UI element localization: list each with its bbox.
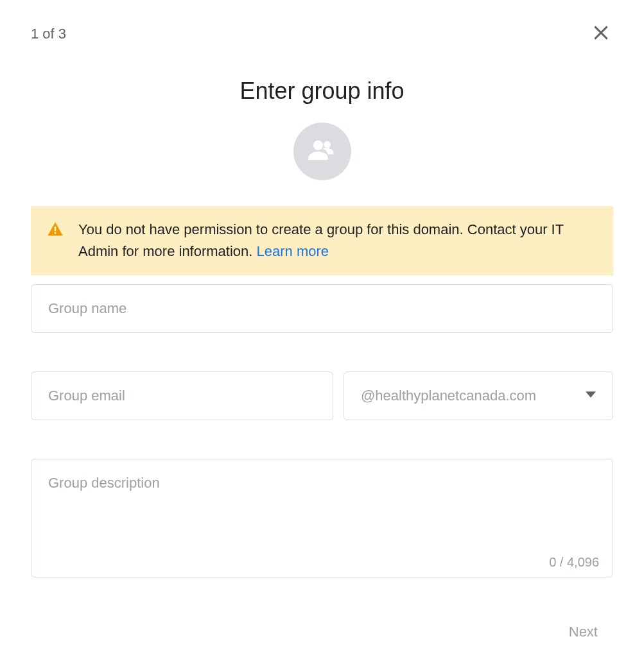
domain-select[interactable]: @healthyplanetcanada.com — [344, 371, 613, 420]
warning-icon — [46, 221, 64, 241]
svg-point-2 — [313, 141, 322, 150]
svg-rect-4 — [55, 226, 56, 231]
permission-warning-banner: You do not have permission to create a g… — [31, 206, 613, 275]
svg-point-3 — [324, 141, 331, 148]
group-description-input[interactable] — [31, 459, 613, 577]
step-indicator: 1 of 3 — [31, 26, 66, 42]
group-email-input[interactable] — [31, 371, 333, 420]
group-name-input[interactable] — [31, 284, 613, 333]
domain-select-value: @healthyplanetcanada.com — [361, 388, 536, 404]
warning-message: You do not have permission to create a g… — [78, 219, 598, 262]
char-counter: 0 / 4,096 — [549, 555, 599, 570]
close-icon — [591, 35, 611, 44]
group-icon — [306, 133, 339, 169]
page-title: Enter group info — [31, 78, 613, 105]
chevron-down-icon — [586, 389, 596, 402]
learn-more-link[interactable]: Learn more — [257, 243, 329, 259]
close-button[interactable] — [589, 21, 613, 47]
svg-rect-5 — [55, 232, 56, 234]
next-button[interactable]: Next — [561, 619, 605, 645]
group-avatar-placeholder — [293, 123, 351, 180]
